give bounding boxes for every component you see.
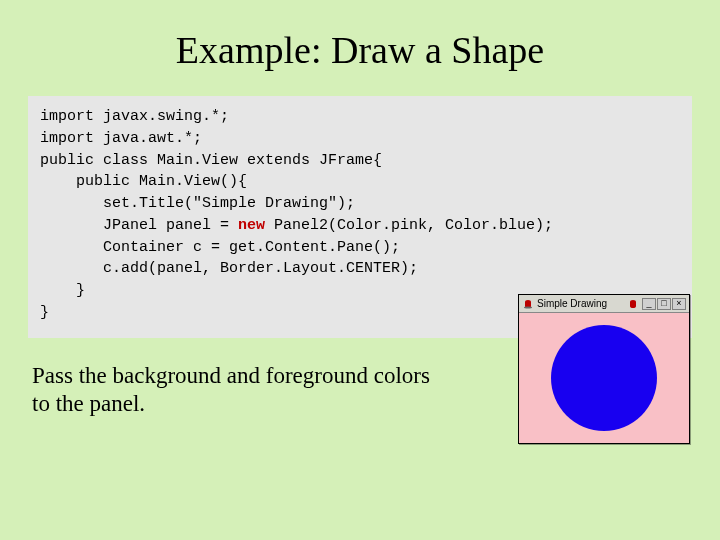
code-line: public class Main.View extends JFrame{: [40, 150, 680, 172]
code-line: import java.awt.*;: [40, 128, 680, 150]
window-title: Simple Drawing: [537, 298, 624, 309]
minimize-button[interactable]: _: [642, 298, 656, 310]
code-line: import javax.swing.*;: [40, 106, 680, 128]
footnote-line: Pass the background and foreground color…: [32, 362, 472, 391]
drawing-canvas: [519, 313, 689, 443]
code-line: set.Title("Simple Drawing");: [40, 193, 680, 215]
code-line: c.add(panel, Border.Layout.CENTER);: [40, 258, 680, 280]
window-controls: _ □ ×: [642, 298, 686, 310]
footnote-line: to the panel.: [32, 390, 472, 419]
titlebar: Simple Drawing _ □ ×: [519, 295, 689, 313]
svg-point-0: [524, 306, 532, 308]
explanatory-text: Pass the background and foreground color…: [32, 362, 472, 420]
blue-circle: [551, 325, 657, 431]
slide-title: Example: Draw a Shape: [0, 28, 720, 72]
code-line: JPanel panel = new Panel2(Color.pink, Co…: [40, 215, 680, 237]
java-window: Simple Drawing _ □ ×: [518, 294, 690, 444]
code-line: public Main.View(){: [40, 171, 680, 193]
maximize-button[interactable]: □: [657, 298, 671, 310]
java-cup-icon: [522, 298, 534, 310]
keyword-new: new: [238, 217, 265, 234]
java-cup-icon: [627, 298, 639, 310]
close-button[interactable]: ×: [672, 298, 686, 310]
code-line: Container c = get.Content.Pane();: [40, 237, 680, 259]
